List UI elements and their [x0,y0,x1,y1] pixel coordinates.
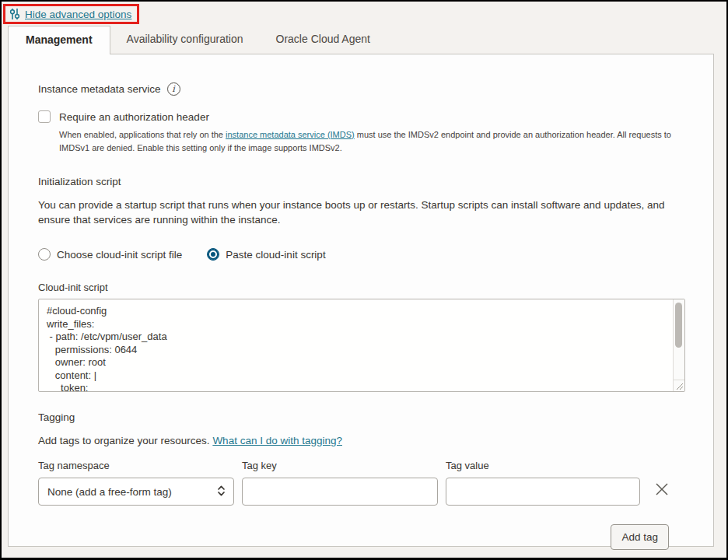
tag-namespace-label: Tag namespace [38,460,234,471]
tag-key-label: Tag key [242,460,438,471]
tagging-description-text: Add tags to organize your resources. [38,435,212,446]
paste-cloud-init-radio[interactable] [207,248,219,261]
tag-key-input[interactable] [242,478,438,506]
imds-help-text: When enabled, applications that rely on … [59,128,684,155]
tag-namespace-select[interactable]: None (add a free-form tag) [38,478,234,506]
tab-availability-configuration[interactable]: Availability configuration [110,26,260,54]
cloud-init-script-label: Cloud-init script [38,282,684,293]
paste-cloud-init-label: Paste cloud-init script [226,249,325,261]
tagging-heading: Tagging [38,411,684,423]
textarea-scrollbar-thumb[interactable] [675,303,682,348]
cloud-init-source-radio-group: Choose cloud-init script file Paste clou… [38,248,684,261]
screenshot-root: { "toolbar": { "toggle_label": "Hide adv… [0,0,728,560]
require-auth-header-row: Require an authorization header [38,110,684,123]
tagging-title: Tagging [38,411,75,423]
hide-advanced-options-link[interactable]: Hide advanced options [25,9,131,20]
sliders-icon [9,8,21,20]
add-tag-row: Add tag [38,524,684,550]
tagging-description: Add tags to organize your resources. Wha… [38,435,684,446]
imds-link[interactable]: instance metadata service (IMDS) [226,130,355,139]
choose-cloud-init-file-radio[interactable] [38,248,51,261]
tag-namespace-column: Tag namespace None (add a free-form tag) [38,460,234,506]
initialization-script-heading: Initialization script [38,176,684,187]
textarea-scrollbar[interactable] [673,299,684,380]
require-auth-header-checkbox[interactable] [38,110,51,123]
remove-tag-button[interactable] [653,481,670,499]
tag-value-label: Tag value [446,460,640,471]
select-chevrons-icon [217,485,226,499]
tab-management[interactable]: Management [8,26,110,54]
tag-form-row: Tag namespace None (add a free-form tag)… [38,460,684,506]
annotation-highlight-box: Hide advanced options [3,4,139,24]
tag-namespace-selected-value: None (add a free-form tag) [47,486,172,498]
instance-metadata-service-heading: Instance metadata service i [38,82,684,96]
imds-help-before: When enabled, applications that rely on … [59,130,226,139]
initialization-script-title: Initialization script [38,176,121,187]
tag-value-input[interactable] [446,478,640,506]
tag-value-column: Tag value [446,460,640,506]
advanced-options-row: Hide advanced options [3,4,726,24]
tab-bar: Management Availability configuration Or… [8,26,714,54]
textarea-resize-handle[interactable] [673,380,684,391]
initialization-script-description: You can provide a startup script that ru… [38,198,684,227]
choose-cloud-init-file-option[interactable]: Choose cloud-init script file [38,248,182,261]
management-tab-panel: Instance metadata service i Require an a… [8,54,714,547]
cloud-init-script-textarea[interactable]: #cloud-config write_files: - path: /etc/… [38,299,685,392]
tag-key-column: Tag key [242,460,438,506]
instance-metadata-service-title: Instance metadata service [38,83,161,95]
info-icon[interactable]: i [167,82,180,96]
choose-cloud-init-file-label: Choose cloud-init script file [57,249,182,261]
cloud-init-script-area: #cloud-config write_files: - path: /etc/… [38,299,685,392]
paste-cloud-init-option[interactable]: Paste cloud-init script [207,248,325,261]
tagging-help-link[interactable]: What can I do with tagging? [212,435,342,446]
require-auth-header-label: Require an authorization header [59,111,209,123]
tab-oracle-cloud-agent[interactable]: Oracle Cloud Agent [260,26,387,54]
add-tag-button[interactable]: Add tag [611,524,669,550]
